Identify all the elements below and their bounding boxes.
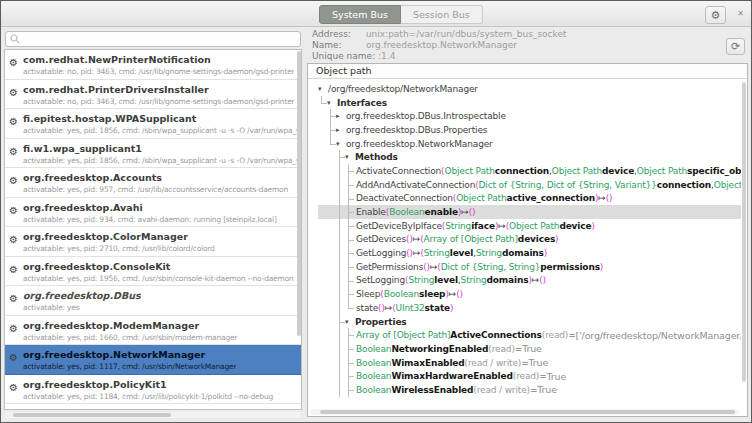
scrollbar-thumb[interactable] bbox=[320, 410, 735, 414]
tree-row[interactable]: SetLogging (String level, String domains… bbox=[318, 274, 741, 288]
tree-guide-line bbox=[318, 315, 327, 329]
tree-guide-line bbox=[318, 109, 327, 123]
tree-guide-line bbox=[327, 123, 336, 137]
list-item[interactable]: ⚙org.freedesktop.PolicyKit1activatable: … bbox=[5, 375, 301, 405]
property-value: True bbox=[547, 371, 567, 382]
close-button[interactable]: ✕ bbox=[737, 9, 744, 18]
tab-session-bus[interactable]: Session Bus bbox=[401, 5, 483, 24]
tree-guide-line bbox=[336, 205, 345, 219]
list-item[interactable]: ⚙org.freedesktop.NetworkManageractivatab… bbox=[5, 345, 301, 375]
service-gear-icon: ⚙ bbox=[9, 234, 23, 245]
signature-type: Dict of {String, String} bbox=[441, 262, 541, 272]
tree-row[interactable]: state () ↦ (UInt32 state) bbox=[318, 301, 741, 315]
services-horizontal-scrollbar[interactable] bbox=[5, 412, 301, 418]
expander-open-icon[interactable]: ▾ bbox=[336, 140, 346, 148]
expander-closed-icon[interactable]: ▸ bbox=[336, 112, 346, 120]
tree-guide-line bbox=[327, 137, 336, 151]
tree-guide-line bbox=[345, 369, 354, 383]
tree-row[interactable]: Boolean WimaxHardwareEnabled (read) = Tr… bbox=[318, 369, 741, 383]
tab-system-bus[interactable]: System Bus bbox=[319, 5, 401, 24]
list-item[interactable]: ⚙org.freedesktop.ConsoleKitactivatable: … bbox=[5, 257, 301, 287]
tree-text: ActivateConnection bbox=[356, 166, 441, 176]
tree-row[interactable]: ▾Interfaces bbox=[318, 96, 741, 110]
list-item[interactable]: ⚙org.freedesktop.ModemManageractivatable… bbox=[5, 316, 301, 346]
list-item[interactable]: ⚙org.freedesktop.Avahiactivatable: yes, … bbox=[5, 198, 301, 228]
list-item[interactable]: ⚙fi.w1.wpa_supplicant1activatable: yes, … bbox=[5, 139, 301, 169]
signature-type: String bbox=[424, 248, 450, 258]
tree-guide-line bbox=[327, 301, 336, 315]
tree-text: ↦ bbox=[385, 303, 392, 313]
tree-horizontal-scrollbar[interactable] bbox=[310, 409, 739, 415]
signature-type: UInt32 bbox=[396, 303, 425, 313]
refresh-icon: ⟳ bbox=[731, 40, 740, 53]
services-vertical-scrollbar[interactable] bbox=[297, 51, 301, 336]
signature-bracket: () bbox=[539, 275, 546, 285]
tree-text: ↦ bbox=[413, 248, 420, 258]
service-gear-icon: ⚙ bbox=[9, 87, 23, 98]
signature-bracket: ) bbox=[591, 221, 594, 231]
signature-type: String bbox=[476, 248, 502, 258]
tree-row[interactable]: Enable (Boolean enable) ↦ () bbox=[318, 205, 741, 219]
tree-guide-line bbox=[345, 246, 354, 260]
tree-row[interactable]: Boolean WimaxEnabled (read / write) = Tr… bbox=[318, 356, 741, 370]
signature-type: Array of [Object Path] bbox=[424, 234, 518, 244]
signature-type: Boolean bbox=[356, 385, 391, 395]
list-item[interactable]: ⚙org.freedesktop.ColorManageractivatable… bbox=[5, 227, 301, 257]
tree-row[interactable]: ▾Properties bbox=[318, 315, 741, 329]
tree-row[interactable]: GetLogging () ↦ (String level, String do… bbox=[318, 246, 741, 260]
expander-closed-icon[interactable]: ▸ bbox=[336, 126, 346, 134]
reload-button[interactable]: ⟳ bbox=[726, 38, 745, 55]
tree-text: = bbox=[568, 330, 575, 340]
search-input[interactable] bbox=[5, 31, 301, 47]
tree-guide-line bbox=[345, 205, 354, 219]
tree-row[interactable]: GetPermissions () ↦ (Dict of {String, St… bbox=[318, 260, 741, 274]
service-detail: activatable: yes, pid: 1660, cmd: /usr/s… bbox=[23, 332, 237, 343]
list-item[interactable]: ⚙org.freedesktop.Accountsactivatable: ye… bbox=[5, 168, 301, 198]
property-value: True bbox=[522, 343, 542, 354]
signature-bracket: ) bbox=[555, 234, 558, 244]
tree-row[interactable]: Boolean NetworkingEnabled (read) = True bbox=[318, 342, 741, 356]
tree-row[interactable]: AddAndActivateConnection (Dict of {Strin… bbox=[318, 178, 741, 192]
property-access: (read) bbox=[513, 371, 539, 381]
tree-row[interactable]: Sleep (Boolean sleep) ↦ () bbox=[318, 287, 741, 301]
service-gear-icon: ⚙ bbox=[9, 175, 23, 186]
tree-row[interactable]: Boolean WirelessEnabled (read / write) =… bbox=[318, 383, 741, 397]
bus-tab-group: System Bus Session Bus bbox=[319, 5, 483, 24]
service-name: org.freedesktop.Accounts bbox=[23, 171, 288, 184]
settings-button[interactable]: ⚙ bbox=[705, 6, 726, 24]
tree-row[interactable]: ▾/org/freedesktop/NetworkManager bbox=[318, 82, 741, 96]
tree-text: state bbox=[356, 303, 378, 313]
list-item[interactable]: ⚙org.freedesktop.DBusactivatable: yes bbox=[5, 286, 301, 316]
service-name: org.freedesktop.ModemManager bbox=[23, 319, 237, 332]
expander-open-icon[interactable]: ▾ bbox=[345, 153, 355, 161]
tree-guide-line bbox=[327, 205, 336, 219]
expander-open-icon[interactable]: ▾ bbox=[327, 99, 337, 107]
tree-row[interactable]: ▾Methods bbox=[318, 150, 741, 164]
tree-guide-line bbox=[318, 260, 327, 274]
tree-row[interactable]: ▸org.freedesktop.DBus.Properties bbox=[318, 123, 741, 137]
object-path-header[interactable]: Object path bbox=[308, 64, 747, 79]
expander-open-icon[interactable]: ▾ bbox=[345, 318, 355, 326]
tree-vertical-scrollbar[interactable] bbox=[742, 82, 746, 382]
tree-guide-line bbox=[345, 192, 354, 206]
signature-bracket: () bbox=[406, 234, 413, 244]
scrollbar-thumb[interactable] bbox=[13, 413, 171, 417]
tree-guide-line bbox=[327, 356, 336, 370]
service-gear-icon: ⚙ bbox=[9, 323, 23, 334]
tree-row[interactable]: GetDeviceByIpIface (String iface) ↦ (Obj… bbox=[318, 219, 741, 233]
tree-guide-line bbox=[345, 383, 354, 397]
tree-row[interactable]: ▸org.freedesktop.DBus.Introspectable bbox=[318, 109, 741, 123]
signature-type: Dict of {String, Dict of {String, Varian… bbox=[479, 180, 657, 190]
signature-type: String bbox=[408, 275, 434, 285]
list-item[interactable]: ⚙com.redhat.NewPrinterNotificationactiva… bbox=[5, 50, 301, 80]
expander-open-icon[interactable]: ▾ bbox=[318, 85, 328, 93]
list-item[interactable]: ⚙fi.epitest.hostap.WPASupplicantactivata… bbox=[5, 109, 301, 139]
tree-row[interactable]: Array of [Object Path] ActiveConnections… bbox=[318, 328, 741, 342]
tree-row[interactable]: DeactivateConnection (Object Path active… bbox=[318, 192, 741, 206]
tree-row[interactable]: ▾org.freedesktop.NetworkManager bbox=[318, 137, 741, 151]
list-item[interactable]: ⚙org.freedesktop.UDisks bbox=[5, 404, 301, 410]
tree-guide-line bbox=[327, 233, 336, 247]
tree-row[interactable]: ActivateConnection (Object Path connecti… bbox=[318, 164, 741, 178]
list-item[interactable]: ⚙com.redhat.PrinterDriversInstalleractiv… bbox=[5, 80, 301, 110]
tree-row[interactable]: GetDevices () ↦ (Array of [Object Path] … bbox=[318, 233, 741, 247]
